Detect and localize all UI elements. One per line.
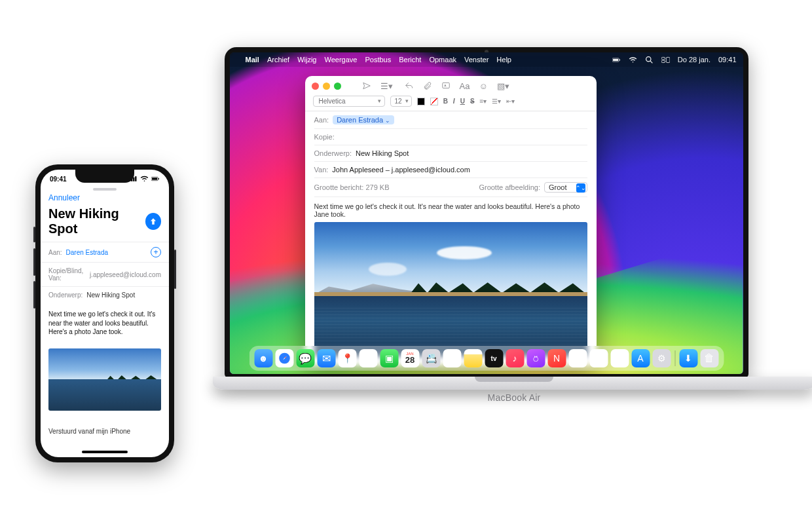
- emoji-icon[interactable]: ☺: [479, 81, 487, 91]
- to-chip[interactable]: Daren Estrada ⌄: [333, 115, 394, 124]
- dock-system-preferences[interactable]: ⚙︎: [652, 349, 671, 367]
- wifi-icon[interactable]: [629, 56, 637, 64]
- size-value: 279 KB: [365, 183, 389, 191]
- battery-icon: [612, 56, 621, 64]
- iphone-subject-row[interactable]: Onderwerp: New Hiking Spot: [41, 286, 169, 303]
- iphone-attached-photo[interactable]: [48, 348, 161, 411]
- iphone-notch: [75, 170, 134, 183]
- dock-facetime[interactable]: ▣: [380, 349, 398, 367]
- list-button[interactable]: ☰▾: [492, 98, 501, 105]
- iphone-body[interactable]: Next time we go let's check it out. It's…: [41, 303, 169, 343]
- font-icon[interactable]: Aa: [460, 81, 470, 91]
- iphone-ccfrom-label: Kopie/Blind, Van:: [48, 267, 86, 282]
- minimize-button[interactable]: [323, 83, 330, 90]
- from-row[interactable]: Van: John Appleseed – j.appleseed@icloud…: [314, 162, 587, 178]
- menubar-date[interactable]: Do 28 jan.: [678, 56, 710, 64]
- dock-mail[interactable]: ✉︎: [317, 349, 335, 367]
- cancel-button[interactable]: Annuleer: [48, 193, 80, 202]
- zoom-button[interactable]: [334, 83, 341, 90]
- reply-icon[interactable]: [405, 81, 414, 90]
- menu-wijzig[interactable]: Wijzig: [297, 56, 316, 64]
- menubar-time[interactable]: 09:41: [718, 56, 737, 64]
- menu-bericht[interactable]: Bericht: [399, 56, 421, 64]
- attached-photo[interactable]: [314, 222, 587, 356]
- header-menu-icon[interactable]: ☰▾: [380, 81, 393, 91]
- underline-button[interactable]: U: [460, 98, 465, 105]
- strike-button[interactable]: S: [470, 98, 475, 105]
- menu-venster[interactable]: Venster: [464, 56, 489, 64]
- menu-help[interactable]: Help: [496, 56, 511, 64]
- italic-button[interactable]: I: [453, 98, 455, 105]
- sheet-grabber[interactable]: [93, 188, 117, 191]
- iphone-to-row[interactable]: Aan: Daren Estrada +: [41, 242, 169, 262]
- svg-rect-12: [133, 178, 134, 181]
- size-row: Grootte bericht: 279 KB Grootte afbeeldi…: [314, 178, 587, 197]
- menu-archief[interactable]: Archief: [267, 56, 289, 64]
- dock-podcasts[interactable]: ⍥: [526, 349, 545, 367]
- align-button[interactable]: ≡▾: [480, 98, 487, 105]
- svg-rect-6: [666, 57, 670, 62]
- dock-appstore[interactable]: A: [631, 349, 650, 367]
- dock-maps[interactable]: 📍: [338, 349, 356, 367]
- from-label: Van:: [314, 166, 329, 174]
- add-recipient-button[interactable]: +: [151, 247, 161, 257]
- dock-pages[interactable]: ✎: [610, 349, 629, 367]
- svg-rect-5: [661, 57, 665, 59]
- from-value: John Appleseed – j.appleseed@icloud.com: [332, 166, 470, 174]
- dock-photos[interactable]: ✿: [359, 349, 377, 367]
- menu-mail[interactable]: Mail: [246, 56, 259, 64]
- svg-rect-16: [158, 178, 159, 179]
- iphone-signature: Verstuurd vanaf mijn iPhone: [48, 428, 130, 435]
- dock-tv[interactable]: tv: [485, 349, 503, 367]
- dock-notes[interactable]: [464, 349, 482, 367]
- iphone-subject-label: Onderwerp:: [48, 291, 83, 299]
- iphone-ccfrom-row[interactable]: Kopie/Blind, Van: j.appleseed@icloud.com: [41, 262, 169, 286]
- menu-opmaak[interactable]: Opmaak: [429, 56, 456, 64]
- svg-rect-1: [613, 58, 618, 60]
- iphone-device: 09:41 Annuleer New Hiking Spot: [35, 164, 174, 462]
- dock-contacts[interactable]: 📇: [422, 349, 440, 367]
- iphone-ccfrom-value: j.appleseed@icloud.com: [90, 271, 161, 278]
- font-select[interactable]: Helvetica: [313, 96, 385, 107]
- home-indicator[interactable]: [82, 451, 128, 453]
- photo-browser-icon[interactable]: ▧▾: [497, 81, 509, 91]
- svg-point-3: [646, 56, 650, 61]
- dock-reminders[interactable]: ☑︎: [443, 349, 461, 367]
- dock-safari[interactable]: [275, 349, 293, 367]
- send-icon[interactable]: [362, 81, 371, 90]
- control-center-icon[interactable]: [661, 56, 670, 64]
- cc-row[interactable]: Kopie:: [314, 129, 587, 145]
- close-button[interactable]: [312, 83, 319, 90]
- mac-screen: Mail Archief Wijzig Weergave Postbus Ber…: [230, 52, 743, 374]
- to-row[interactable]: Aan: Daren Estrada ⌄: [314, 111, 587, 129]
- image-size-select[interactable]: Groot⌃⌄: [544, 182, 587, 193]
- send-button[interactable]: [145, 213, 161, 230]
- dock-music[interactable]: ♪: [506, 349, 524, 367]
- dock-calendar[interactable]: JAN28: [401, 349, 419, 367]
- svg-rect-8: [442, 83, 449, 88]
- macbook-device: Mail Archief Wijzig Weergave Postbus Ber…: [213, 47, 760, 486]
- spotlight-icon[interactable]: [645, 56, 654, 64]
- format-icon[interactable]: [441, 81, 451, 90]
- format-toolbar: Helvetica 12 B I U S ≡▾ ☰▾ ⇤▾: [305, 94, 597, 111]
- dock-downloads[interactable]: ⬇︎: [679, 349, 697, 367]
- dock-news[interactable]: N: [547, 349, 566, 367]
- fontsize-select[interactable]: 12: [390, 96, 412, 107]
- dock-trash[interactable]: 🗑: [700, 349, 718, 367]
- menu-weergave[interactable]: Weergave: [325, 56, 358, 64]
- bold-button[interactable]: B: [443, 98, 448, 105]
- menu-postbus[interactable]: Postbus: [365, 56, 391, 64]
- indent-button[interactable]: ⇤▾: [506, 98, 515, 105]
- attach-icon[interactable]: [423, 81, 432, 90]
- body-text: Next time we go let's check it out. It's…: [314, 202, 587, 218]
- message-body[interactable]: Next time we go let's check it out. It's…: [305, 197, 597, 365]
- text-color-swatch[interactable]: [417, 98, 425, 105]
- iphone-to-label: Aan:: [48, 249, 62, 256]
- dock-messages[interactable]: 💬: [296, 349, 314, 367]
- dock-numbers[interactable]: ◫: [568, 349, 587, 367]
- dock-finder[interactable]: ☻: [254, 349, 272, 367]
- battery-icon: [151, 176, 160, 182]
- bg-color-swatch[interactable]: [430, 98, 438, 105]
- subject-row[interactable]: Onderwerp: New Hiking Spot: [314, 145, 587, 162]
- dock-keynote[interactable]: ▭: [589, 349, 608, 367]
